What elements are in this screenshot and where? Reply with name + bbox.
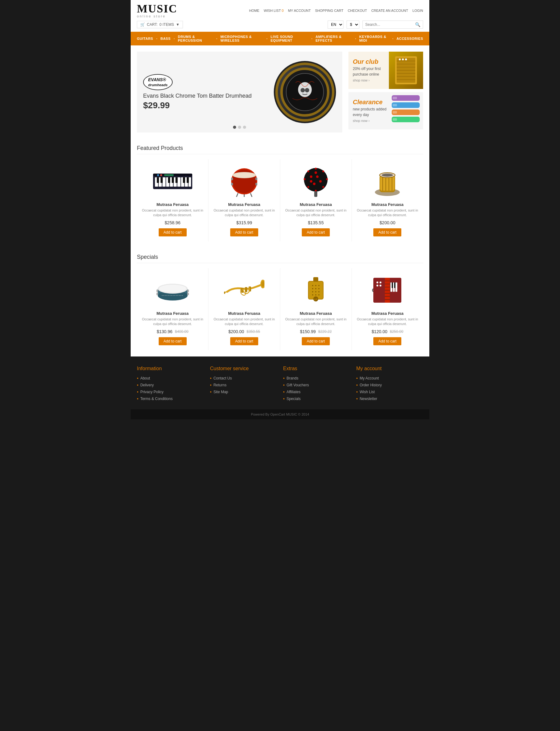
footer-account-link[interactable]: My Account	[360, 376, 379, 380]
footer-affiliates-link[interactable]: Affiliates	[287, 390, 301, 394]
footer-contact: Contact Us	[210, 376, 277, 381]
footer-specials-link[interactable]: Specials	[287, 397, 301, 401]
footer-newsletter-link[interactable]: Newsletter	[360, 397, 377, 401]
nav-microphones[interactable]: MICROPHONES & WIRELESS	[217, 32, 266, 45]
svg-rect-51	[231, 178, 233, 180]
featured-product-4: Mutrasa Feruasa Occaecat cupidatat non p…	[352, 159, 423, 241]
specials-section: Specials	[131, 248, 429, 356]
search-input[interactable]	[363, 21, 413, 28]
site-name: MUSIC	[137, 3, 177, 14]
nav-create-account[interactable]: CREATE AN ACCOUNT	[371, 9, 408, 12]
footer-about-link[interactable]: About	[140, 376, 150, 380]
special-price-new-1: $130.96	[157, 329, 173, 334]
special-desc-1: Occaecat cupidatat non proident, sunt in…	[142, 317, 203, 327]
hero-drum-image	[274, 61, 336, 123]
add-to-cart-btn-2[interactable]: Add to cart	[230, 228, 258, 236]
product-name-4: Mutrasa Feruasa	[371, 202, 404, 207]
footer-privacy: Privacy Policy	[137, 389, 204, 394]
product-name-2: Mutrasa Feruasa	[228, 202, 260, 207]
nav-drums[interactable]: DRUMS & PERCUSSION	[175, 32, 216, 45]
search-box: 🔍	[362, 21, 423, 29]
nav-myaccount[interactable]: MY ACCOUNT	[288, 9, 311, 12]
hero-dot-3[interactable]	[243, 126, 246, 129]
footer-returns-link[interactable]: Returns	[213, 383, 226, 387]
add-to-cart-btn-3[interactable]: Add to cart	[302, 228, 330, 236]
nav-accessories[interactable]: ACCESSORIES	[393, 34, 426, 44]
promo-link[interactable]: shop now ›	[353, 78, 370, 82]
add-to-cart-special-2[interactable]: Add to cart	[230, 337, 258, 345]
footer-brands: Brands	[283, 376, 350, 381]
hero-dot-2[interactable]	[238, 126, 241, 129]
footer-contact-link[interactable]: Contact Us	[213, 376, 232, 380]
footer-order-link[interactable]: Order History	[360, 383, 382, 387]
footer-privacy-link[interactable]: Privacy Policy	[140, 390, 164, 394]
svg-rect-33	[177, 177, 180, 187]
svg-point-129	[376, 285, 378, 286]
footer-wish-list: Wish List	[356, 389, 423, 394]
nav-sep-7: •	[392, 37, 394, 40]
svg-point-72	[315, 171, 317, 174]
clearance-link[interactable]: shop now ›	[353, 119, 370, 123]
svg-line-55	[236, 193, 238, 197]
nav-home[interactable]: HOME	[249, 9, 259, 12]
svg-rect-91	[187, 290, 189, 292]
cart-widget[interactable]: 🛒 CART: 0 ITEMS ▼	[137, 21, 183, 28]
footer-terms-link[interactable]: Terms & Conditions	[140, 397, 173, 401]
footer-customer-service-title: Customer service	[210, 366, 277, 371]
svg-point-67	[310, 175, 312, 178]
special-image-3: LP	[296, 273, 336, 307]
nav-login[interactable]: LOGIN	[413, 9, 423, 12]
add-to-cart-special-3[interactable]: Add to cart	[302, 337, 330, 345]
footer-sitemap-link[interactable]: Site Map	[213, 390, 228, 394]
footer-specials: Specials	[283, 396, 350, 401]
footer-my-account: My account My Account Order History Wish…	[356, 366, 423, 403]
svg-point-71	[310, 180, 312, 183]
nav-bass[interactable]: BASS	[157, 34, 174, 44]
clearance-line1: new products added	[353, 107, 393, 111]
footer-returns: Returns	[210, 383, 277, 388]
footer-terms: Terms & Conditions	[137, 396, 204, 401]
specials-grid: Mutrasa Feruasa Occaecat cupidatat non p…	[137, 268, 423, 350]
nav-sep-4: •	[266, 37, 268, 40]
hero-dot-1[interactable]	[233, 126, 236, 129]
svg-point-112	[315, 294, 316, 296]
nav-live-sound[interactable]: LIVE SOUND EQUIPMENT	[268, 32, 311, 45]
nav-sep-3: •	[216, 37, 217, 40]
nav-checkout[interactable]: CHECKOUT	[348, 9, 367, 12]
add-to-cart-special-1[interactable]: Add to cart	[159, 337, 187, 345]
product-price-4: $200.00	[380, 220, 395, 225]
nav-sep-1: •	[156, 37, 157, 40]
nav-amplifiers[interactable]: AMPLIFIERS & EFFECTS	[312, 32, 355, 45]
svg-point-109	[315, 291, 316, 292]
nav-cart[interactable]: SHOPPING CART	[315, 9, 343, 12]
add-to-cart-btn-1[interactable]: Add to cart	[159, 228, 187, 236]
add-to-cart-special-4[interactable]: Add to cart	[373, 337, 401, 345]
add-to-cart-btn-4[interactable]: Add to cart	[373, 228, 401, 236]
svg-point-14	[399, 58, 401, 60]
special-price-row-3: $150.99 $220.22	[300, 329, 332, 334]
search-button[interactable]: 🔍	[413, 21, 423, 28]
top-nav: HOME WISH LIST 0 MY ACCOUNT SHOPPING CAR…	[249, 9, 423, 12]
footer-customer-service-list: Contact Us Returns Site Map	[210, 376, 277, 394]
svg-point-66	[307, 170, 309, 172]
product-desc-1: Occaecat cupidatat non proident, sunt in…	[142, 208, 203, 218]
product-image-3	[296, 164, 336, 198]
special-product-4: Mutrasa Feruasa Occaecat cupidatat non p…	[352, 268, 423, 350]
special-price-old-3: $220.22	[318, 329, 332, 334]
footer-wish-link[interactable]: Wish List	[360, 390, 375, 394]
currency-select[interactable]: $	[347, 21, 359, 29]
footer-gift-link[interactable]: Gift Vouchers	[287, 383, 309, 387]
nav-keyboards[interactable]: KEYBOARDS & MIDI	[356, 32, 392, 45]
cart-items: 0 ITEMS	[159, 22, 174, 27]
language-select[interactable]: EN	[328, 21, 343, 29]
cart-dropdown-icon: ▼	[176, 22, 180, 27]
nav-guitars[interactable]: GUITARS	[134, 34, 156, 44]
product-desc-3: Occaecat cupidatat non proident, sunt in…	[285, 208, 347, 218]
product-image-2	[224, 164, 264, 198]
svg-rect-93	[187, 293, 189, 295]
svg-rect-39	[168, 177, 170, 183]
footer-delivery-link[interactable]: Delivery	[140, 383, 154, 387]
nav-wishlist[interactable]: WISH LIST 0	[264, 9, 284, 12]
svg-point-110	[318, 291, 320, 292]
footer-brands-link[interactable]: Brands	[287, 376, 298, 380]
